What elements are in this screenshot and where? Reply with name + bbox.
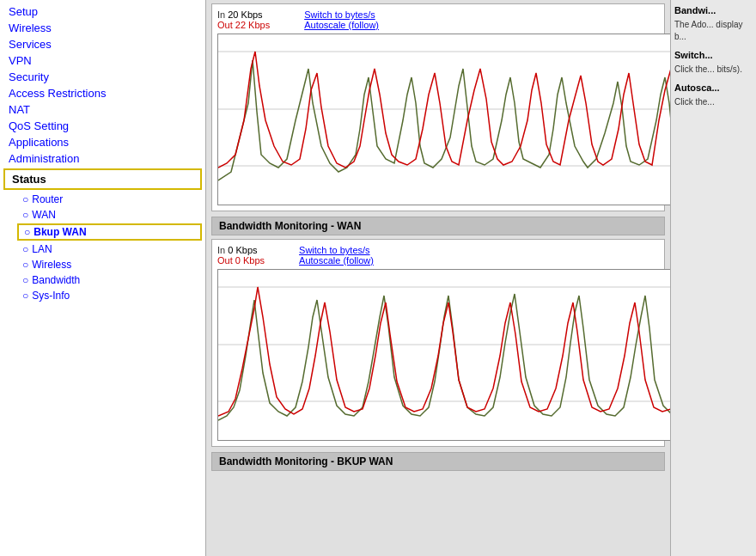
- right-text-2: Click the... bits/s).: [674, 64, 753, 76]
- bkup-autoscale-link[interactable]: Autoscale (follow): [299, 255, 374, 266]
- bkup-wan-chart-container: In 0 Kbps Out 0 Kbps Switch to bytes/s A…: [211, 239, 665, 447]
- wan-out-label: Out: [217, 20, 233, 30]
- nav-services[interactable]: Services: [0, 36, 205, 52]
- nav-security[interactable]: Security: [0, 69, 205, 85]
- nav-bandwidth[interactable]: ○Bandwidth: [0, 272, 205, 288]
- main-content: In 20 Kbps Out 22 Kbps Switch to bytes/s…: [206, 0, 670, 556]
- bkup-wan-section-title: Bandwidth Monitoring - BKUP WAN: [211, 452, 665, 471]
- bkup-wan-chart-header: In 0 Kbps Out 0 Kbps Switch to bytes/s A…: [217, 245, 659, 266]
- bkup-out-value: 0 Kbps: [235, 255, 265, 266]
- bkup-in-label: In: [217, 245, 225, 255]
- bkup-in-value: 0 Kbps: [228, 245, 257, 255]
- right-panel: Bandwi... The Ado... display b... Switch…: [670, 0, 756, 556]
- nav-router[interactable]: ○Router: [0, 192, 205, 207]
- nav-bkup-wan[interactable]: ○Bkup WAN: [17, 223, 202, 241]
- wan-autoscale-link[interactable]: Autoscale (follow): [304, 20, 379, 30]
- bkup-out-label: Out: [217, 255, 233, 266]
- right-title-2: Switch...: [674, 50, 753, 60]
- wan-chart-svg: [218, 34, 670, 205]
- wan-chart-container: In 20 Kbps Out 22 Kbps Switch to bytes/s…: [211, 3, 665, 211]
- wan-in-label: In: [217, 9, 225, 20]
- nav-administration[interactable]: Administration: [0, 150, 205, 167]
- nav-applications[interactable]: Applications: [0, 134, 205, 150]
- nav-access-restrictions[interactable]: Access Restrictions: [0, 85, 205, 101]
- bkup-chart-area: 60 Kbps 40 Kbps 20 Kbps: [217, 269, 670, 441]
- nav-wireless[interactable]: Wireless: [0, 20, 205, 36]
- nav-wan[interactable]: ○WAN: [0, 207, 205, 223]
- right-title-1: Bandwi...: [674, 5, 753, 15]
- wan-section-title: Bandwidth Monitoring - WAN: [211, 217, 665, 235]
- nav-qos[interactable]: QoS Setting: [0, 118, 205, 134]
- right-text-3: Click the...: [674, 96, 753, 108]
- nav-wireless-sub[interactable]: ○Wireless: [0, 257, 205, 272]
- nav-sysinfo[interactable]: ○Sys-Info: [0, 288, 205, 303]
- right-title-3: Autosca...: [674, 82, 753, 93]
- wan-in-value: 20 Kbps: [228, 9, 262, 20]
- nav-setup[interactable]: Setup: [0, 3, 205, 20]
- wan-chart-area: 60 Kbps 40 Kbps 20 Kbps: [217, 34, 670, 205]
- right-text-1: The Ado... display b...: [674, 19, 753, 43]
- wan-chart-header: In 20 Kbps Out 22 Kbps Switch to bytes/s…: [217, 9, 659, 30]
- sidebar: Setup Wireless Services VPN Security Acc…: [0, 0, 206, 556]
- status-section-header[interactable]: Status: [3, 168, 202, 190]
- nav-nat[interactable]: NAT: [0, 101, 205, 118]
- bkup-chart-svg: [218, 270, 670, 440]
- nav-lan[interactable]: ○LAN: [0, 241, 205, 257]
- wan-switch-link[interactable]: Switch to bytes/s: [304, 9, 379, 20]
- wan-out-value: 22 Kbps: [235, 20, 270, 30]
- nav-vpn[interactable]: VPN: [0, 52, 205, 69]
- bkup-switch-link[interactable]: Switch to bytes/s: [299, 245, 374, 255]
